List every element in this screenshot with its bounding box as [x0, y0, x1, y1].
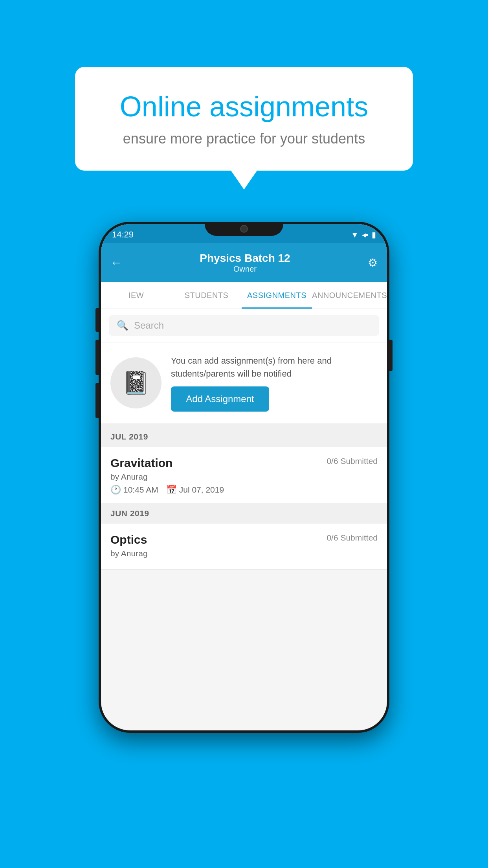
search-placeholder: Search	[134, 320, 164, 331]
assignment-date: Jul 07, 2019	[179, 485, 224, 495]
tab-students[interactable]: STUDENTS	[171, 282, 242, 309]
speech-bubble: Online assignments ensure more practice …	[75, 67, 413, 171]
gear-icon[interactable]: ⚙	[368, 256, 378, 269]
assignment-optics-title: Optics	[110, 533, 147, 546]
tabs-bar: IEW STUDENTS ASSIGNMENTS ANNOUNCEMENTS	[101, 282, 387, 309]
assignment-time-row: 🕐 10:45 AM 📅 Jul 07, 2019	[110, 485, 378, 495]
bubble-title: Online assignments	[103, 90, 385, 123]
assignment-optics-meta: by Anurag	[110, 549, 378, 558]
promo-right: You can add assignment(s) from here and …	[171, 354, 378, 412]
app-header: ← Physics Batch 12 Owner ⚙	[101, 243, 387, 282]
header-title-block: Physics Batch 12 Owner	[200, 252, 290, 274]
assignment-icon-circle: 📓	[110, 357, 161, 408]
speech-bubble-container: Online assignments ensure more practice …	[75, 67, 413, 171]
assignment-optics[interactable]: Optics 0/6 Submitted by Anurag	[101, 524, 387, 570]
header-title: Physics Batch 12	[200, 252, 290, 265]
search-bar[interactable]: 🔍 Search	[109, 315, 379, 336]
promo-card: 📓 You can add assignment(s) from here an…	[101, 342, 387, 427]
notebook-icon: 📓	[122, 370, 150, 396]
assignment-top-row: Gravitation 0/6 Submitted	[110, 456, 378, 470]
phone-left-button-1	[95, 308, 99, 332]
phone-wrapper: 14:29 ▼ ◂▪ ▮ ← Physics Batch 12 Owner ⚙	[99, 222, 389, 741]
promo-text: You can add assignment(s) from here and …	[171, 354, 378, 380]
status-time: 14:29	[112, 230, 134, 240]
back-button[interactable]: ←	[110, 256, 122, 269]
tab-announcements[interactable]: ANNOUNCEMENTS	[312, 282, 387, 309]
search-icon: 🔍	[117, 320, 128, 331]
wifi-icon: ▼	[351, 230, 359, 239]
assignment-time: 10:45 AM	[123, 485, 158, 495]
phone-screen: 14:29 ▼ ◂▪ ▮ ← Physics Batch 12 Owner ⚙	[101, 224, 387, 730]
phone-notch	[205, 222, 283, 236]
section-jun-2019: JUN 2019	[101, 503, 387, 524]
clock-icon: 🕐	[110, 485, 121, 495]
time-entry: 🕐 10:45 AM	[110, 485, 158, 495]
phone-right-button	[389, 340, 393, 371]
tab-iew[interactable]: IEW	[101, 282, 171, 309]
header-subtitle: Owner	[200, 265, 290, 274]
phone-frame: 14:29 ▼ ◂▪ ▮ ← Physics Batch 12 Owner ⚙	[99, 222, 389, 733]
bubble-subtitle: ensure more practice for your students	[103, 131, 385, 147]
calendar-icon: 📅	[166, 485, 177, 495]
section-jul-2019: JUL 2019	[101, 427, 387, 447]
assignment-optics-top-row: Optics 0/6 Submitted	[110, 533, 378, 546]
battery-icon: ▮	[372, 230, 376, 239]
assignment-meta: by Anurag	[110, 472, 378, 482]
assignment-submitted: 0/6 Submitted	[327, 456, 378, 466]
tab-assignments[interactable]: ASSIGNMENTS	[242, 282, 312, 309]
assignment-title: Gravitation	[110, 456, 172, 470]
phone-left-button-2	[95, 340, 99, 375]
search-container: 🔍 Search	[101, 309, 387, 342]
status-icons: ▼ ◂▪ ▮	[351, 230, 376, 239]
assignment-optics-submitted: 0/6 Submitted	[327, 533, 378, 542]
assignment-gravitation[interactable]: Gravitation 0/6 Submitted by Anurag 🕐 10…	[101, 447, 387, 503]
signal-icon: ◂▪	[362, 230, 369, 239]
date-entry: 📅 Jul 07, 2019	[166, 485, 224, 495]
phone-left-button-3	[95, 383, 99, 418]
add-assignment-button[interactable]: Add Assignment	[171, 386, 269, 412]
phone-camera	[240, 225, 248, 233]
